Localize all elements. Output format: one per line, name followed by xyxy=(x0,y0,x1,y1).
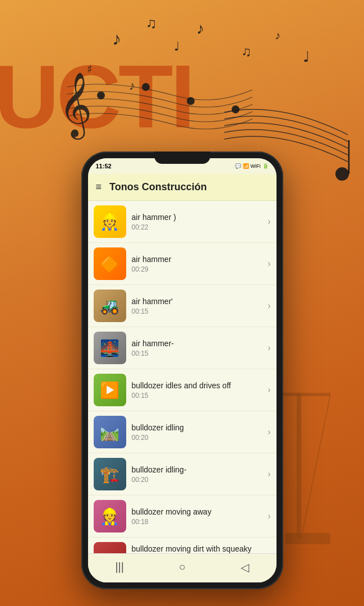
item-title: bulldozer moving dirt with squeaky track… xyxy=(132,544,265,553)
item-emoji: ▶️ xyxy=(100,381,119,400)
item-title: air hammer- xyxy=(132,338,265,348)
item-info: bulldozer idles and drives off 00:15 xyxy=(132,380,265,400)
item-info: air hammer ) 00:22 xyxy=(132,212,265,231)
status-icons: 💬 📶 WiFi 🔋 xyxy=(235,163,269,169)
item-thumbnail: 🌉 xyxy=(94,332,126,364)
item-title: air hammer' xyxy=(132,296,265,306)
content-list[interactable]: 👷 air hammer ) 00:22 › 🔶 air hammer xyxy=(88,201,277,553)
list-item[interactable]: 🚒 bulldozer moving dirt with squeaky tra… xyxy=(88,538,277,553)
signal-icon: 📶 xyxy=(243,163,249,169)
nav-recents-button[interactable]: ||| xyxy=(115,561,124,573)
item-emoji: 👷 xyxy=(100,213,119,231)
chevron-icon: › xyxy=(268,385,270,395)
chevron-icon: › xyxy=(268,217,270,227)
item-info: air hammer 00:29 xyxy=(132,254,265,273)
item-info: bulldozer idling- 00:20 xyxy=(132,465,265,484)
app-title: Tonos Construcción xyxy=(109,181,268,193)
phone-notch xyxy=(154,152,210,164)
item-thumbnail: 🛤️ xyxy=(94,416,126,448)
item-emoji: 🛤️ xyxy=(100,423,119,442)
item-info: air hammer' 00:15 xyxy=(132,296,265,315)
svg-rect-16 xyxy=(297,393,301,539)
item-thumbnail: 👷 xyxy=(94,205,126,238)
phone-outer: 11:52 💬 📶 WiFi 🔋 ≡ Tonos Construcción xyxy=(81,152,283,589)
item-title: bulldozer idles and drives off xyxy=(132,380,265,391)
item-title: bulldozer idling- xyxy=(132,465,265,475)
item-emoji: 🔶 xyxy=(100,255,119,273)
item-info: bulldozer idling 00:20 xyxy=(132,423,265,442)
nav-home-button[interactable]: ○ xyxy=(179,561,186,573)
phone-device: 11:52 💬 📶 WiFi 🔋 ≡ Tonos Construcción xyxy=(81,152,283,589)
menu-icon[interactable]: ≡ xyxy=(96,181,102,193)
item-thumbnail: 🚒 xyxy=(94,542,126,553)
bg-text-left: UCTI xyxy=(0,45,192,148)
svg-line-18 xyxy=(301,394,330,539)
item-thumbnail: 👷 xyxy=(94,500,126,532)
item-thumbnail: 🔶 xyxy=(94,247,126,280)
item-duration: 00:20 xyxy=(132,434,265,442)
item-duration: 00:15 xyxy=(132,392,265,400)
chevron-icon: › xyxy=(268,259,270,269)
item-duration: 00:18 xyxy=(132,518,265,526)
item-thumbnail: 🚜 xyxy=(94,290,126,322)
list-item[interactable]: 🏗️ bulldozer idling- 00:20 › xyxy=(88,453,277,495)
list-item[interactable]: 🌉 air hammer- 00:15 › xyxy=(88,327,277,369)
battery-icon: 🔋 xyxy=(262,163,269,169)
item-emoji: 🌉 xyxy=(100,339,119,357)
chevron-icon: › xyxy=(268,469,270,479)
item-duration: 00:29 xyxy=(132,265,265,273)
item-info: bulldozer moving away 00:18 xyxy=(132,507,265,526)
bottom-nav: ||| ○ ◁ xyxy=(88,553,277,582)
item-info: bulldozer moving dirt with squeaky track… xyxy=(132,544,265,553)
chevron-icon: › xyxy=(268,343,270,353)
item-info: air hammer- 00:15 xyxy=(132,338,265,357)
item-emoji: 🚜 xyxy=(100,297,119,315)
item-emoji: 🏗️ xyxy=(100,465,119,484)
wifi-icon: WiFi xyxy=(251,163,261,169)
phone-screen: 11:52 💬 📶 WiFi 🔋 ≡ Tonos Construcción xyxy=(88,158,277,582)
nav-back-button[interactable]: ◁ xyxy=(241,561,249,574)
list-item[interactable]: 👷 bulldozer moving away 00:18 › xyxy=(88,495,277,538)
chevron-icon: › xyxy=(268,511,270,521)
item-title: air hammer ) xyxy=(132,212,265,222)
item-duration: 00:20 xyxy=(132,476,265,484)
item-thumbnail: 🏗️ xyxy=(94,458,126,490)
list-item[interactable]: 🚜 air hammer' 00:15 › xyxy=(88,285,277,327)
list-item[interactable]: 🔶 air hammer 00:29 › xyxy=(88,243,277,285)
list-item[interactable]: 🛤️ bulldozer idling 00:20 › xyxy=(88,411,277,453)
item-title: bulldozer moving away xyxy=(132,507,265,517)
list-item[interactable]: ▶️ bulldozer idles and drives off 00:15 … xyxy=(88,369,277,411)
item-emoji: 👷 xyxy=(100,507,119,526)
whatsapp-icon: 💬 xyxy=(235,163,241,169)
item-title: bulldozer idling xyxy=(132,423,265,433)
svg-rect-19 xyxy=(285,533,330,544)
item-title: air hammer xyxy=(132,254,265,264)
item-duration: 00:15 xyxy=(132,307,265,315)
list-item[interactable]: 👷 air hammer ) 00:22 › xyxy=(88,201,277,243)
status-time: 11:52 xyxy=(96,163,112,169)
app-header: ≡ Tonos Construcción xyxy=(88,174,277,201)
chevron-icon: › xyxy=(268,427,270,437)
item-duration: 00:22 xyxy=(132,223,265,231)
item-emoji: 🚒 xyxy=(100,549,119,554)
chevron-icon: › xyxy=(268,301,270,311)
item-thumbnail: ▶️ xyxy=(94,374,126,406)
item-duration: 00:15 xyxy=(132,350,265,357)
